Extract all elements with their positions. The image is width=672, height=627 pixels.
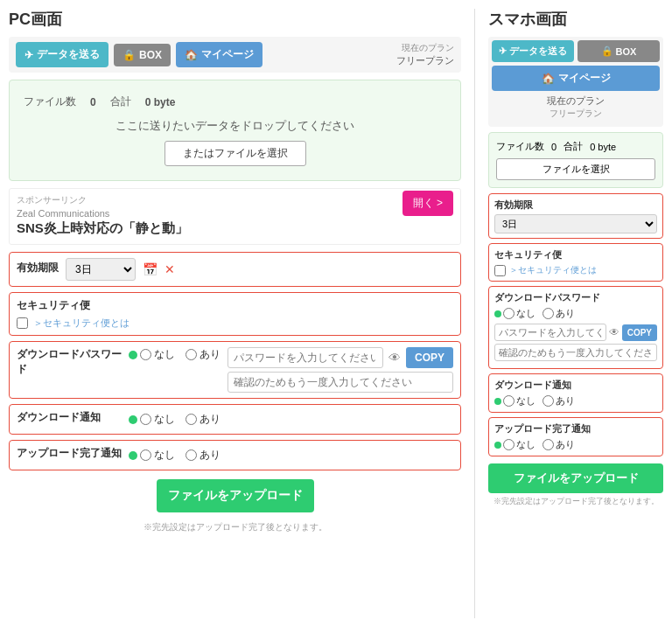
box-icon: 🔒 — [122, 49, 136, 61]
sp-validity-label: 有効期限 — [494, 199, 657, 212]
section-divider — [474, 9, 475, 618]
file-count-value: 0 — [90, 96, 96, 108]
pc-navbar: ✈ データを送る 🔒 BOX 🏠 マイページ 現在のプラン フリープラン — [9, 37, 461, 73]
sp-mypage-button[interactable]: 🏠 マイページ — [492, 66, 660, 91]
download-notify-label: ダウンロード通知 — [17, 410, 122, 425]
sp-un-radio-none-indicator — [494, 442, 501, 449]
total-value: 0 byte — [145, 96, 176, 108]
sp-dn-radio-none-indicator — [494, 398, 501, 405]
sp-send-icon: ✈ — [499, 45, 507, 57]
sp-upload-notify-label: アップロード完了通知 — [494, 422, 657, 435]
pc-title: PC画面 — [9, 9, 461, 30]
sp-password-row: ダウンロードパスワード なし あり 👁 COPY — [488, 286, 663, 369]
pc-validity-select[interactable]: 3日 — [66, 258, 136, 281]
sp-security-checkbox[interactable] — [494, 265, 506, 276]
pc-section: PC画面 ✈ データを送る 🔒 BOX 🏠 マイページ 現在のプラン フリープラ… — [9, 9, 461, 618]
sp-drop-area: ファイル数 0 合計 0 byte ファイルを選択 — [488, 132, 663, 188]
pc-upload-note: ※完先設定はアップロード完了後となります。 — [9, 521, 461, 533]
sp-upload-notify-row: アップロード完了通知 なし あり — [488, 417, 663, 456]
pc-plan: 現在のプラン フリープラン — [396, 42, 454, 67]
pc-password-input[interactable] — [228, 347, 383, 368]
sp-title: スマホ画面 — [488, 9, 663, 30]
sponsor-open-button[interactable]: 開く > — [402, 191, 453, 216]
sp-radio-none-indicator — [494, 310, 501, 317]
sp-upload-note: ※完先設定はアップロード完了後となります。 — [488, 496, 663, 507]
file-count-label: ファイル数 — [24, 94, 76, 109]
sp-copy-button[interactable]: COPY — [622, 324, 657, 341]
sp-plan: 現在のプラン フリープラン — [492, 91, 660, 123]
pc-box-button[interactable]: 🔒 BOX — [114, 44, 171, 66]
security-label: セキュリティ便 — [17, 298, 453, 313]
pc-send-button[interactable]: ✈ データを送る — [16, 42, 108, 67]
pc-password-row: ダウンロードパスワード なし あり 👁 — [9, 341, 461, 399]
pc-radio-none[interactable] — [140, 349, 151, 360]
sp-un-radio-yes[interactable] — [542, 439, 554, 450]
sp-eye-icon[interactable]: 👁 — [609, 326, 620, 338]
radio-none-indicator2 — [129, 415, 137, 424]
sp-password-input[interactable] — [494, 324, 606, 341]
sp-navbar: ✈ データを送る 🔒 BOX 🏠 マイページ 現在のプラン フリープラン — [488, 37, 663, 127]
password-label: ダウンロードパスワード — [17, 347, 122, 377]
sp-security-link[interactable]: ＞セキュリティ便とは — [509, 264, 597, 276]
pc-upload-button[interactable]: ファイルをアップロード — [157, 479, 314, 512]
sp-dn-radio-none[interactable] — [503, 395, 514, 407]
pc-upload-notify-row: アップロード完了通知 なし あり — [9, 440, 461, 470]
security-checkbox[interactable] — [17, 317, 28, 329]
sp-home-icon: 🏠 — [542, 73, 555, 85]
sp-send-button[interactable]: ✈ データを送る — [492, 40, 574, 62]
sp-select-file-button[interactable]: ファイルを選択 — [496, 158, 655, 180]
clear-icon[interactable]: ✕ — [164, 262, 175, 276]
validity-label: 有効期限 — [17, 261, 59, 275]
sp-un-radio-none[interactable] — [503, 439, 514, 450]
sp-dn-radio-yes[interactable] — [542, 395, 554, 407]
sp-radio-none[interactable] — [503, 308, 514, 319]
total-label: 合計 — [110, 94, 131, 109]
pc-select-file-button[interactable]: またはファイルを選択 — [164, 141, 306, 166]
pc-radio-yes[interactable] — [186, 349, 197, 360]
eye-icon[interactable]: 👁 — [388, 351, 401, 365]
sp-security-label: セキュリティ便 — [494, 248, 657, 261]
pc-download-notify-row: ダウンロード通知 なし あり — [9, 404, 461, 435]
sp-section: スマホ画面 ✈ データを送る 🔒 BOX 🏠 マイページ 現在のプラン フリープ… — [488, 9, 663, 618]
pc-un-radio-yes[interactable] — [186, 449, 197, 461]
sponsor-company: Zeal Communications — [17, 208, 453, 219]
pc-security-row: セキュリティ便 ＞セキュリティ便とは — [9, 292, 461, 336]
pc-dn-radio-yes[interactable] — [186, 414, 197, 425]
pc-un-radio-none[interactable] — [140, 449, 151, 461]
drop-text: ここに送りたいデータをドロップしてください — [24, 118, 446, 134]
pc-validity-row: 有効期限 3日 📅 ✕ — [9, 252, 461, 287]
home-icon: 🏠 — [185, 49, 198, 61]
sponsor-title: SNS炎上時対応の「静と動」 — [17, 220, 453, 237]
pc-password-confirm-input[interactable] — [228, 372, 453, 393]
sp-upload-button[interactable]: ファイルをアップロード — [488, 463, 663, 493]
pc-mypage-button[interactable]: 🏠 マイページ — [176, 42, 262, 67]
pc-dn-radio-none[interactable] — [140, 414, 151, 425]
send-icon: ✈ — [24, 49, 33, 61]
sp-validity-row: 有効期限 3日 — [488, 193, 663, 239]
pc-sponsor: スポンサーリンク 開く > Zeal Communications SNS炎上時… — [9, 188, 461, 245]
upload-notify-label: アップロード完了通知 — [17, 446, 122, 461]
sp-password-confirm-input[interactable] — [494, 344, 657, 361]
sp-validity-select[interactable]: 3日 — [494, 214, 657, 233]
pc-file-info: ファイル数 0 合計 0 byte — [24, 94, 446, 109]
sp-radio-yes[interactable] — [542, 308, 554, 319]
pc-password-radio: なし あり — [129, 347, 220, 362]
pc-drop-area: ファイル数 0 合計 0 byte ここに送りたいデータをドロップしてください … — [9, 80, 461, 181]
sponsor-label: スポンサーリンク — [17, 194, 453, 206]
security-link[interactable]: ＞セキュリティ便とは — [33, 317, 130, 330]
pc-copy-button[interactable]: COPY — [406, 347, 453, 368]
sp-box-icon: 🔒 — [601, 45, 613, 57]
sp-password-label: ダウンロードパスワード — [494, 291, 657, 304]
sp-box-button[interactable]: 🔒 BOX — [578, 40, 660, 62]
sp-security-row: セキュリティ便 ＞セキュリティ便とは — [488, 243, 663, 282]
radio-none-indicator — [129, 351, 137, 359]
sp-download-notify-row: ダウンロード通知 なし あり — [488, 373, 663, 413]
radio-none-indicator3 — [129, 451, 137, 460]
calendar-icon[interactable]: 📅 — [143, 262, 158, 276]
sp-download-notify-label: ダウンロード通知 — [494, 379, 657, 392]
